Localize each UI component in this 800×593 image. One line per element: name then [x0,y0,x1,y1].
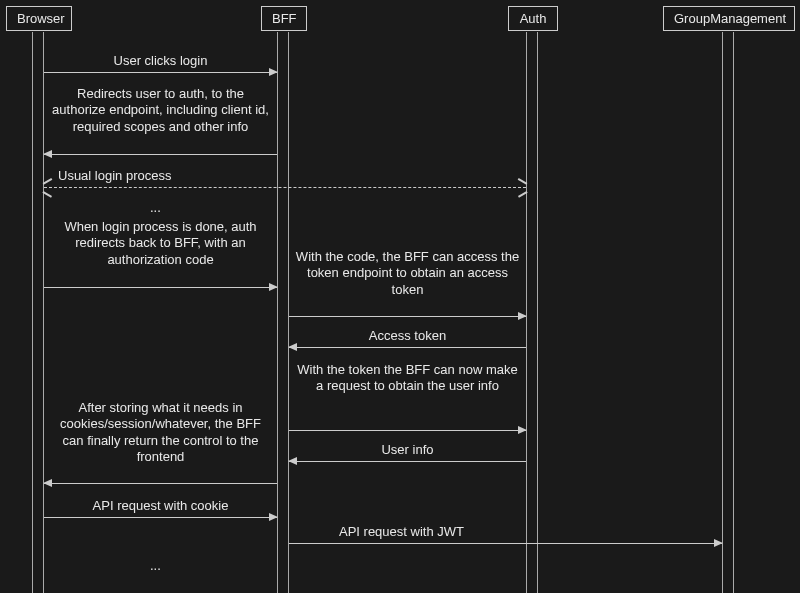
msg-login-click: User clicks login [44,53,277,69]
arrow-access-token [289,347,526,348]
lifeline-group [722,32,734,593]
lifeline-auth [526,32,538,593]
arrow-return-control [44,483,277,484]
msg-user-info-request: With the token the BFF can now make a re… [289,362,526,395]
lifeline-bff [277,32,289,593]
arrow-api-jwt [289,543,722,544]
participant-browser-label: Browser [17,11,65,26]
msg-login-process: Usual login process [44,168,526,184]
arrow-login-click [44,72,277,73]
msg-user-info: User info [289,442,526,458]
arrow-user-info-request [289,430,526,431]
participant-bff-label: BFF [272,11,297,26]
sequence-diagram: Browser BFF Auth GroupManagement User cl… [0,0,800,593]
participant-group: GroupManagement [663,6,795,31]
arrow-api-cookie [44,517,277,518]
arrow-user-info [289,461,526,462]
msg-access-token: Access token [289,328,526,344]
msg-return-control: After storing what it needs in cookies/s… [44,400,277,465]
msg-token-endpoint: With the code, the BFF can access the to… [289,249,526,298]
arrow-login-process [44,187,526,188]
participant-bff: BFF [261,6,307,31]
msg-api-jwt: API request with JWT [289,524,722,540]
msg-redirect-to-auth: Redirects user to auth, to the authorize… [44,86,277,135]
arrow-auth-redirect-back [44,287,277,288]
msg-api-cookie: API request with cookie [44,498,277,514]
arrow-token-endpoint [289,316,526,317]
lifeline-browser [32,32,44,593]
participant-group-label: GroupManagement [674,11,786,26]
msg-auth-redirect-back: When login process is done, auth redirec… [44,219,277,268]
participant-browser: Browser [6,6,72,31]
participant-auth: Auth [508,6,558,31]
ellipsis-2: ... [150,558,161,573]
participant-auth-label: Auth [520,11,547,26]
arrow-redirect-to-auth [44,154,277,155]
ellipsis-1: ... [150,200,161,215]
